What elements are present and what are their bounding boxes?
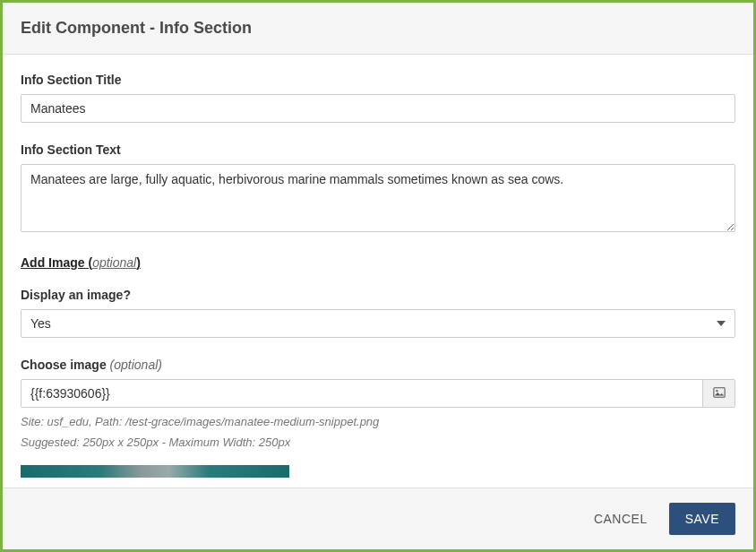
- add-image-optional: optional: [92, 255, 136, 270]
- modal-header: Edit Component - Info Section: [3, 3, 753, 55]
- add-image-heading-close: ): [136, 255, 141, 270]
- text-label: Info Section Text: [21, 142, 735, 157]
- help-text-path: Site: usf_edu, Path: /test-grace/images/…: [21, 413, 735, 432]
- field-group-text: Info Section Text Manatees are large, fu…: [21, 142, 735, 236]
- text-textarea[interactable]: Manatees are large, fully aquatic, herbi…: [21, 164, 735, 232]
- add-image-heading-text: Add Image (: [21, 255, 92, 270]
- modal-footer: CANCEL SAVE: [3, 487, 753, 549]
- image-icon: [713, 386, 726, 401]
- display-image-select[interactable]: Yes: [21, 309, 735, 338]
- choose-image-input[interactable]: [21, 379, 703, 408]
- display-image-label: Display an image?: [21, 288, 735, 302]
- help-text-suggested: Suggested: 250px x 250px - Maximum Width…: [21, 434, 735, 453]
- modal-title: Edit Component - Info Section: [21, 19, 735, 38]
- field-group-choose-image: Choose image (optional) Site: usf_edu, P…: [21, 358, 735, 478]
- cancel-button[interactable]: CANCEL: [581, 503, 660, 535]
- image-picker-row: [21, 379, 735, 408]
- modal-body: Info Section Title Info Section Text Man…: [3, 55, 753, 487]
- choose-image-label: Choose image (optional): [21, 358, 735, 372]
- save-button[interactable]: SAVE: [669, 503, 735, 535]
- choose-image-label-text: Choose image: [21, 358, 110, 372]
- field-group-title: Info Section Title: [21, 73, 735, 123]
- svg-point-1: [716, 390, 717, 392]
- image-picker-button[interactable]: [703, 379, 735, 408]
- image-preview: [21, 465, 289, 478]
- modal-container: Edit Component - Info Section Info Secti…: [0, 0, 756, 552]
- add-image-heading: Add Image (optional): [21, 255, 735, 270]
- svg-rect-0: [713, 387, 724, 397]
- choose-image-optional: (optional): [110, 358, 162, 372]
- add-image-section: Add Image (optional) Display an image? Y…: [21, 255, 735, 338]
- title-label: Info Section Title: [21, 73, 735, 87]
- title-input[interactable]: [21, 94, 735, 123]
